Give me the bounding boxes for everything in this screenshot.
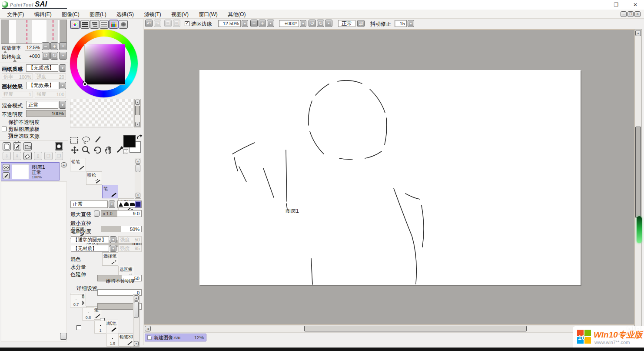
angle-dropdown-button[interactable]: ▼ [300, 20, 306, 27]
edge-shape-flat-icon[interactable] [130, 203, 135, 206]
tool-scroll-thumb[interactable] [136, 164, 140, 172]
window-close-button[interactable]: ✕ [627, 0, 644, 10]
new-layer-button[interactable] [3, 142, 11, 150]
paper-texture-select[interactable]: 【无质感】 [26, 64, 58, 72]
tool-airbrush[interactable]: 喷枪 [86, 171, 102, 185]
hscroll-left-button[interactable]: ◀ [145, 326, 151, 331]
diameter-unit-button[interactable] [94, 211, 100, 217]
tool-select-pen[interactable]: 选择笔 [102, 252, 118, 266]
tool-scroll-down[interactable]: ▼ [136, 193, 140, 198]
menu-layer[interactable]: 图层(L) [85, 10, 111, 20]
transfer-down-button[interactable]: ⇩ [3, 152, 11, 160]
sv-marker[interactable] [83, 82, 87, 86]
paper-texture-dropdown-button[interactable]: ▼ [59, 64, 66, 72]
layer-extra2-button[interactable]: ❐ [55, 152, 63, 160]
layer-extra1-button[interactable]: ❐ [44, 152, 53, 160]
swatches-scroll-down[interactable]: ▼ [135, 122, 140, 127]
tool-pencil[interactable]: 铅笔 [70, 158, 86, 171]
zoom-value-field[interactable]: 12.50% [218, 20, 241, 27]
min-diameter-slider[interactable]: 50% [101, 226, 142, 232]
brush-edge-shape-selector[interactable] [117, 201, 142, 208]
hsv-slider-tab[interactable] [90, 20, 99, 29]
zoom-reset-button[interactable]: ▪ [267, 20, 274, 27]
menu-window[interactable]: 窗口(W) [194, 10, 222, 20]
menu-filter[interactable]: 滤镜(T) [139, 10, 165, 20]
scratchpad-tab[interactable] [119, 20, 128, 29]
layer-list-scroll-up[interactable]: ▲ [61, 162, 67, 167]
zoom-tool[interactable] [82, 146, 90, 154]
brush-shape-dropdown-button[interactable]: ▼ [110, 236, 116, 243]
tool-scroll-up[interactable]: ▲ [136, 159, 140, 164]
menu-others[interactable]: 其他(O) [223, 10, 250, 20]
tool-pen[interactable]: 笔 [102, 185, 118, 198]
size-0.8[interactable]: 0.8 [82, 308, 94, 321]
move-tool[interactable] [70, 146, 79, 154]
rotate-reset-button[interactable]: ▪ [325, 20, 332, 27]
paste-button[interactable]: ❐ [173, 20, 180, 27]
menu-view[interactable]: 视图(V) [167, 10, 193, 20]
max-diameter-slider[interactable]: x 1.0 9.0 [101, 210, 142, 217]
opacity-slider[interactable]: 100% [26, 110, 66, 117]
selection-edge-checkbox[interactable] [185, 21, 189, 26]
nav-rotate-reset-button[interactable]: ▪ [59, 52, 67, 60]
rotate-view-tool[interactable] [93, 146, 102, 154]
canvas[interactable]: 图层1 [199, 70, 581, 285]
layer-list-item[interactable]: 图层1 正常 100% [1, 162, 60, 181]
edge-shape-square-icon[interactable] [136, 202, 140, 207]
rgb-slider-tab[interactable] [80, 20, 90, 29]
delete-layer-button[interactable]: ▯ [34, 152, 42, 160]
mdi-minimize-button[interactable]: – [621, 11, 627, 17]
blend-mode-dropdown-button[interactable]: ▼ [59, 101, 66, 109]
vscroll-thumb[interactable] [635, 127, 641, 218]
brush-blend-select[interactable]: 正常 [70, 201, 108, 208]
new-folder-button[interactable] [23, 142, 32, 150]
protect-opacity-checkbox[interactable] [2, 127, 7, 131]
vscroll-up-button[interactable]: ▲ [635, 30, 641, 36]
clear-layer-button[interactable] [23, 152, 32, 160]
blend-mode-select[interactable]: 正常 [26, 101, 58, 109]
brush-blend-dropdown-button[interactable]: ▼ [109, 201, 115, 208]
foreground-color-swatch[interactable] [123, 135, 136, 147]
navigator-preview[interactable] [1, 20, 67, 44]
menu-file[interactable]: 文件(F) [3, 10, 28, 20]
zoom-slider-handle[interactable] [3, 50, 7, 53]
copy-button[interactable]: ❐ [164, 20, 172, 27]
window-minimize-button[interactable]: – [588, 0, 606, 10]
size-scroll-thumb[interactable] [134, 301, 139, 318]
zoom-dropdown-button[interactable]: ▼ [242, 20, 248, 27]
redo-button[interactable]: ↷ [154, 20, 161, 27]
canvas-hscrollbar[interactable]: ◀ ▶ [144, 325, 634, 332]
nav-rotate-cw-button[interactable]: ↻ [50, 52, 58, 60]
paint-mode-box[interactable]: 正常 [338, 20, 355, 27]
zoom-out-button[interactable]: − [250, 20, 258, 27]
menu-edit[interactable]: 编辑(E) [30, 10, 56, 20]
marquee-tool[interactable] [70, 137, 78, 144]
mdi-close-button[interactable]: ✕ [634, 11, 641, 17]
size-scroll-down[interactable]: ▼ [134, 341, 139, 346]
document-tab[interactable]: 新建图像.sai 12% [145, 334, 206, 341]
angle-value-field[interactable]: +000° [279, 20, 299, 27]
eyedropper-tool[interactable] [116, 145, 124, 154]
menu-select[interactable]: 选择(S) [112, 10, 138, 20]
swatches-scroll-up[interactable]: ▲ [135, 100, 140, 105]
menu-image[interactable]: 图像(C) [57, 10, 84, 20]
hand-tool[interactable] [104, 146, 113, 154]
canvas-vscrollbar[interactable]: ▲ ▼ [634, 29, 642, 332]
nav-zoom-out-button[interactable]: − [42, 42, 50, 50]
size-1.5[interactable]: 1.5 [106, 334, 119, 347]
layer-mask-button[interactable] [55, 142, 63, 150]
nav-zoom-in-button[interactable]: + [50, 42, 58, 50]
size-scroll-up[interactable]: ▲ [134, 295, 139, 301]
nav-rotate-value[interactable]: +000 [25, 53, 40, 59]
mixed-slider-tab[interactable] [100, 20, 109, 29]
zoom-in-button[interactable]: + [259, 20, 266, 27]
swatches-scrollbar[interactable]: ▲ ▼ [134, 99, 141, 127]
swap-colors-icon[interactable] [136, 134, 143, 140]
paper-effect-select[interactable]: 【无效果】 [26, 82, 58, 89]
rotate-slider-handle[interactable] [13, 59, 17, 62]
new-linework-layer-button[interactable] [13, 142, 21, 150]
mode-swap-button[interactable]: ⇄ [357, 20, 365, 27]
layer-panel-corner-button[interactable] [60, 333, 67, 340]
nav-rotate-ccw-button[interactable]: ↺ [42, 52, 50, 60]
swatches-scroll-thumb[interactable] [135, 106, 140, 115]
